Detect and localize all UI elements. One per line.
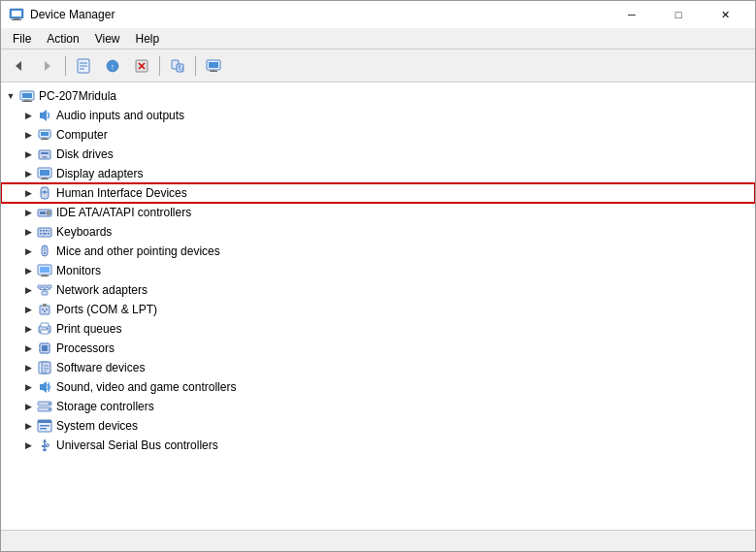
tree-item-network[interactable]: ▶ Network adapters bbox=[1, 280, 755, 300]
menu-help[interactable]: Help bbox=[128, 30, 168, 48]
toolbar-separator-1 bbox=[65, 56, 66, 76]
tree-item-mice[interactable]: ▶ Mice and other pointing devices bbox=[1, 242, 755, 261]
sound-label: Sound, video and game controllers bbox=[56, 380, 236, 394]
svg-point-32 bbox=[42, 156, 48, 158]
tree-item-ide[interactable]: ▶ IDE ATA/ATAPI controllers bbox=[1, 203, 755, 222]
ports-label: Ports (COM & LPT) bbox=[56, 303, 157, 316]
device-manager-window: Device Manager ─ □ ✕ File Action View He… bbox=[0, 0, 756, 552]
tree-item-ports[interactable]: ▶ Ports (COM & LPT) bbox=[1, 300, 755, 319]
tree-item-sound[interactable]: ▶ Sound, video and game controllers bbox=[1, 377, 755, 397]
tree-item-computer[interactable]: ▶ Computer bbox=[1, 125, 755, 145]
software-label: Software devices bbox=[56, 361, 145, 374]
svg-rect-48 bbox=[43, 230, 45, 232]
svg-point-97 bbox=[49, 403, 50, 405]
network-icon bbox=[36, 282, 53, 298]
tree-item-monitors[interactable]: ▶ Monitors bbox=[1, 261, 755, 280]
storage-label: Storage controllers bbox=[56, 400, 154, 413]
menu-file[interactable]: File bbox=[5, 30, 39, 48]
tree-item-display[interactable]: ▶ Display adapters bbox=[1, 164, 755, 183]
svg-rect-70 bbox=[40, 306, 49, 314]
update-driver-button[interactable]: ↑ bbox=[99, 53, 126, 79]
svg-marker-26 bbox=[40, 110, 47, 121]
window-controls: ─ □ ✕ bbox=[609, 1, 747, 28]
svg-rect-25 bbox=[22, 101, 32, 102]
title-bar: Device Manager ─ □ ✕ bbox=[1, 1, 755, 28]
tree-item-processors[interactable]: ▶ Processors bbox=[1, 339, 755, 358]
system-label: System devices bbox=[56, 419, 138, 433]
svg-rect-60 bbox=[41, 276, 49, 276]
svg-rect-102 bbox=[40, 428, 47, 430]
back-button[interactable] bbox=[5, 53, 32, 79]
root-icon bbox=[18, 88, 36, 104]
menu-bar: File Action View Help bbox=[1, 28, 755, 49]
system-chevron: ▶ bbox=[20, 418, 36, 434]
ports-icon bbox=[36, 302, 53, 317]
svg-point-44 bbox=[48, 212, 49, 214]
root-chevron: ▼ bbox=[3, 88, 18, 104]
uninstall-button[interactable] bbox=[128, 53, 155, 79]
ide-chevron: ▶ bbox=[20, 205, 36, 220]
minimize-button[interactable]: ─ bbox=[609, 1, 654, 28]
svg-marker-5 bbox=[45, 61, 50, 71]
app-icon bbox=[9, 7, 24, 22]
svg-rect-50 bbox=[49, 230, 49, 232]
tree-item-disk[interactable]: ▶ Disk drives bbox=[1, 145, 755, 164]
svg-rect-80 bbox=[42, 345, 48, 351]
usb-label: Universal Serial Bus controllers bbox=[56, 438, 218, 452]
svg-marker-4 bbox=[16, 61, 21, 71]
tree-item-system[interactable]: ▶ System devices bbox=[1, 416, 755, 436]
keyboards-icon bbox=[36, 224, 53, 240]
tree-item-software[interactable]: ▶ Software devices bbox=[1, 358, 755, 377]
scan-button[interactable]: ↻ bbox=[164, 53, 191, 79]
display-chevron: ▶ bbox=[20, 166, 36, 181]
tree-item-storage[interactable]: ▶ Storage controllers bbox=[1, 397, 755, 416]
svg-rect-62 bbox=[38, 285, 42, 288]
svg-rect-45 bbox=[40, 211, 46, 214]
svg-rect-78 bbox=[47, 328, 49, 329]
svg-rect-101 bbox=[40, 425, 49, 427]
ports-chevron: ▶ bbox=[20, 302, 36, 317]
network-label: Network adapters bbox=[56, 283, 148, 297]
disk-icon bbox=[36, 146, 53, 162]
tree-item-audio[interactable]: ▶ Audio inputs and outputs bbox=[1, 106, 755, 125]
storage-chevron: ▶ bbox=[20, 399, 36, 414]
svg-point-56 bbox=[44, 252, 46, 254]
display-button[interactable] bbox=[200, 53, 227, 79]
tree-item-print[interactable]: ▶ Print queues bbox=[1, 319, 755, 339]
toolbar-separator-2 bbox=[159, 56, 160, 76]
sound-chevron: ▶ bbox=[20, 379, 36, 395]
tree-item-usb[interactable]: ▶ Universal Serial Bus controllers bbox=[1, 436, 755, 455]
processors-icon bbox=[36, 341, 53, 356]
root-label: PC-207Mridula bbox=[39, 89, 116, 103]
properties-button[interactable] bbox=[70, 53, 97, 79]
software-chevron: ▶ bbox=[20, 360, 36, 375]
system-icon bbox=[36, 418, 53, 434]
print-chevron: ▶ bbox=[20, 321, 36, 337]
tree-root[interactable]: ▼ PC-207Mridula bbox=[1, 86, 755, 106]
maximize-button[interactable]: □ bbox=[656, 1, 701, 28]
processors-label: Processors bbox=[56, 341, 115, 355]
print-label: Print queues bbox=[56, 322, 121, 336]
tree-item-hid[interactable]: ▶ Human Interface Devices bbox=[1, 183, 755, 203]
hid-icon bbox=[36, 185, 53, 201]
svg-rect-100 bbox=[38, 420, 51, 423]
toolbar-separator-3 bbox=[195, 56, 196, 76]
disk-label: Disk drives bbox=[56, 147, 114, 161]
svg-rect-1 bbox=[12, 11, 21, 16]
svg-rect-108 bbox=[43, 449, 47, 451]
svg-rect-19 bbox=[209, 62, 218, 68]
svg-rect-23 bbox=[22, 93, 32, 98]
svg-point-73 bbox=[46, 308, 48, 310]
menu-view[interactable]: View bbox=[87, 30, 128, 48]
menu-action[interactable]: Action bbox=[39, 30, 86, 48]
close-button[interactable]: ✕ bbox=[703, 1, 747, 28]
network-chevron: ▶ bbox=[20, 282, 36, 298]
monitors-label: Monitors bbox=[56, 264, 101, 277]
mice-icon bbox=[36, 244, 53, 259]
storage-icon bbox=[36, 399, 53, 414]
forward-button[interactable] bbox=[34, 53, 61, 79]
svg-rect-61 bbox=[42, 291, 48, 295]
audio-icon bbox=[36, 108, 53, 123]
svg-marker-94 bbox=[40, 381, 47, 393]
tree-item-keyboards[interactable]: ▶ Keyboards bbox=[1, 222, 755, 242]
